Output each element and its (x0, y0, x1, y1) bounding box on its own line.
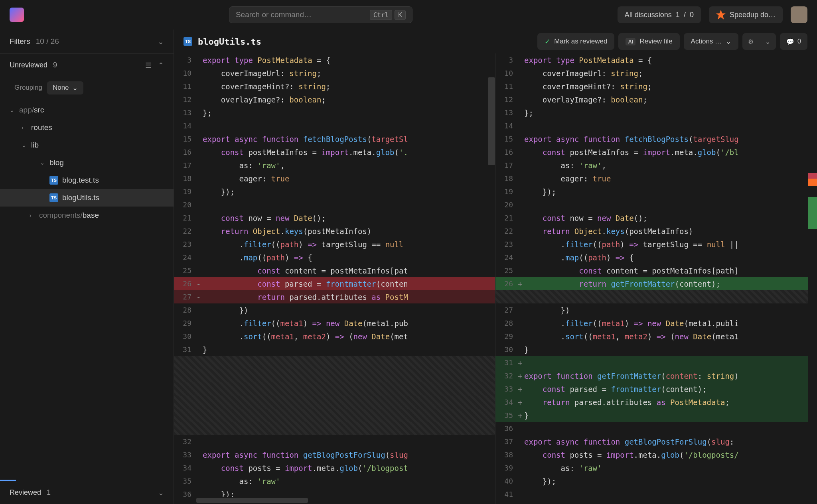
code-line[interactable]: 11 coverImageHint?: string; (174, 80, 495, 93)
code-line[interactable]: 17 as: 'raw', (495, 159, 817, 172)
code-line[interactable]: 25 const content = postMetaInfos[pat (174, 264, 495, 277)
code-line[interactable]: 11 coverImageHint?: string; (495, 80, 817, 93)
settings-button[interactable]: ⚙ (742, 33, 759, 50)
code-line[interactable]: 36 (495, 422, 817, 435)
code-line[interactable]: 16 const postMetaInfos = import.meta.glo… (495, 146, 817, 159)
tree-folder-routes[interactable]: › routes (0, 119, 174, 136)
diff-pane-right[interactable]: 3export type PostMetadata = {10 coverIma… (495, 53, 817, 504)
code-line[interactable]: 33+ const parsed = frontmatter(content); (495, 382, 817, 396)
settings-dropdown[interactable]: ⌄ (759, 33, 776, 50)
filters-row[interactable]: Filters 10 / 26 ⌄ (0, 30, 174, 53)
reviewed-section[interactable]: Reviewed 1 ⌄ (0, 481, 174, 504)
code-line[interactable] (174, 356, 495, 369)
code-line[interactable] (174, 369, 495, 382)
code-line[interactable]: 13}; (495, 106, 817, 119)
code-line[interactable]: 23 .filter((path) => targetSlug == null (174, 238, 495, 251)
grouping-select[interactable]: None ⌄ (47, 81, 83, 94)
code-line[interactable]: 34 const posts = import.meta.glob('/blog… (174, 461, 495, 474)
unreviewed-section[interactable]: Unreviewed 9 ☰ ⌃ (0, 53, 174, 77)
code-line[interactable]: 30 .sort((meta1, meta2) => (new Date(met (174, 330, 495, 343)
app-logo[interactable] (10, 8, 24, 22)
code-line[interactable]: 10 coverImageUrl: string; (174, 67, 495, 80)
code-line[interactable]: 27 }) (495, 303, 817, 317)
code-line[interactable]: 22 return Object.keys(postMetaInfos) (495, 224, 817, 238)
code-line[interactable]: 32+export function getFrontMatter(conten… (495, 369, 817, 382)
code-line[interactable]: 18 eager: true (174, 172, 495, 185)
code-line[interactable]: 39 as: 'raw' (495, 461, 817, 474)
code-line[interactable]: 26- const parsed = frontmatter(conten (174, 277, 495, 290)
code-line[interactable]: 19 }); (495, 185, 817, 198)
mark-reviewed-button[interactable]: ✓ Mark as reviewed (537, 33, 614, 50)
minimap[interactable] (808, 53, 817, 504)
code-line[interactable]: 3export type PostMetadata = { (174, 53, 495, 67)
diff-marker: - (196, 293, 203, 301)
code-line[interactable]: 31} (174, 343, 495, 356)
code-line[interactable]: 37export async function getBlogPostForSl… (495, 435, 817, 448)
code-line[interactable]: 35 as: 'raw' (174, 474, 495, 488)
code-line[interactable]: 28 .filter((meta1) => new Date(meta1.pub… (495, 317, 817, 330)
code-line[interactable]: 35+} (495, 409, 817, 422)
code-line[interactable]: 20 (174, 198, 495, 211)
code-line[interactable]: 33export async function getBlogPostForSl… (174, 448, 495, 461)
code-line[interactable]: 25 const content = postMetaInfos[path] (495, 264, 817, 277)
code-line[interactable]: 29 .filter((meta1) => new Date(meta1.pub (174, 317, 495, 330)
code-line[interactable]: 32 (174, 435, 495, 448)
code-line[interactable]: 27- return parsed.attributes as PostM (174, 290, 495, 303)
tree-folder-appsrc[interactable]: ⌄ app/src (0, 101, 174, 119)
comments-button[interactable]: 💬 0 (780, 33, 807, 50)
code-line[interactable]: 23 .filter((path) => targetSlug == null … (495, 238, 817, 251)
scrollbar-vertical[interactable] (488, 77, 495, 165)
code-line[interactable]: 34+ return parsed.attributes as PostMeta… (495, 396, 817, 409)
code-line[interactable]: 17 as: 'raw', (174, 159, 495, 172)
code-line[interactable]: 30} (495, 343, 817, 356)
code-line[interactable]: 12 overlayImage?: boolean; (495, 93, 817, 106)
code-line[interactable]: 18 eager: true (495, 172, 817, 185)
code-line[interactable]: 16 const postMetaInfos = import.meta.glo… (174, 146, 495, 159)
code-line[interactable]: 40 }); (495, 474, 817, 488)
list-icon[interactable]: ☰ (145, 61, 152, 70)
code-line[interactable]: 19 }); (174, 185, 495, 198)
code-line[interactable] (174, 422, 495, 435)
tree-file-blogutils[interactable]: TS blogUtils.ts (0, 189, 174, 207)
code-line[interactable]: 14 (495, 119, 817, 132)
code-line[interactable]: 26+ return getFrontMatter(content); (495, 277, 817, 290)
code-line[interactable]: 15export async function fetchBlogPosts(t… (174, 132, 495, 146)
code-line[interactable]: 15export async function fetchBlogPosts(t… (495, 132, 817, 146)
tree-folder-components[interactable]: › components/base (0, 207, 174, 224)
code-line[interactable]: 21 const now = new Date(); (174, 211, 495, 224)
discussions-pill[interactable]: All discussions 1 / 0 (618, 6, 701, 23)
line-number: 19 (495, 187, 518, 196)
tree-file-blogtest[interactable]: TS blog.test.ts (0, 171, 174, 189)
code-line[interactable] (174, 382, 495, 396)
code-line[interactable]: 3export type PostMetadata = { (495, 53, 817, 67)
code-line[interactable]: 24 .map((path) => { (495, 251, 817, 264)
scrollbar-horizontal[interactable] (196, 497, 495, 504)
code-line[interactable] (495, 290, 817, 303)
code-line[interactable]: 10 coverImageUrl: string; (495, 67, 817, 80)
code-line[interactable]: 20 (495, 198, 817, 211)
actions-menu[interactable]: Actions … ⌄ (684, 33, 738, 50)
code-line[interactable]: 14 (174, 119, 495, 132)
code-line[interactable]: 24 .map((path) => { (174, 251, 495, 264)
code-line[interactable]: 38 const posts = import.meta.glob('/blog… (495, 448, 817, 461)
code-line[interactable]: 13}; (174, 106, 495, 119)
code-line[interactable]: 21 const now = new Date(); (495, 211, 817, 224)
code-line[interactable]: 41 (495, 488, 817, 501)
code-line[interactable] (174, 396, 495, 409)
code-line[interactable]: 29 .sort((meta1, meta2) => (new Date(met… (495, 330, 817, 343)
code-line[interactable]: 12 overlayImage?: boolean; (174, 93, 495, 106)
code-line[interactable]: 22 return Object.keys(postMetaInfos) (174, 224, 495, 238)
line-number: 22 (174, 227, 196, 235)
code-line[interactable]: 28 }) (174, 303, 495, 317)
search-input[interactable]: Search or command… Ctrl K (229, 6, 412, 23)
code-line[interactable] (174, 409, 495, 422)
tree-folder-blog[interactable]: ⌄ blog (0, 154, 174, 171)
tree-folder-lib[interactable]: ⌄ lib (0, 136, 174, 154)
project-pill[interactable]: Speedup do… (709, 6, 783, 23)
code-line[interactable]: 31+ (495, 356, 817, 369)
avatar[interactable] (791, 6, 807, 23)
review-file-button[interactable]: AI Review file (618, 33, 679, 50)
line-number: 11 (174, 82, 196, 91)
chevron-up-icon[interactable]: ⌃ (158, 61, 164, 70)
diff-pane-left[interactable]: 3export type PostMetadata = {10 coverIma… (174, 53, 495, 504)
